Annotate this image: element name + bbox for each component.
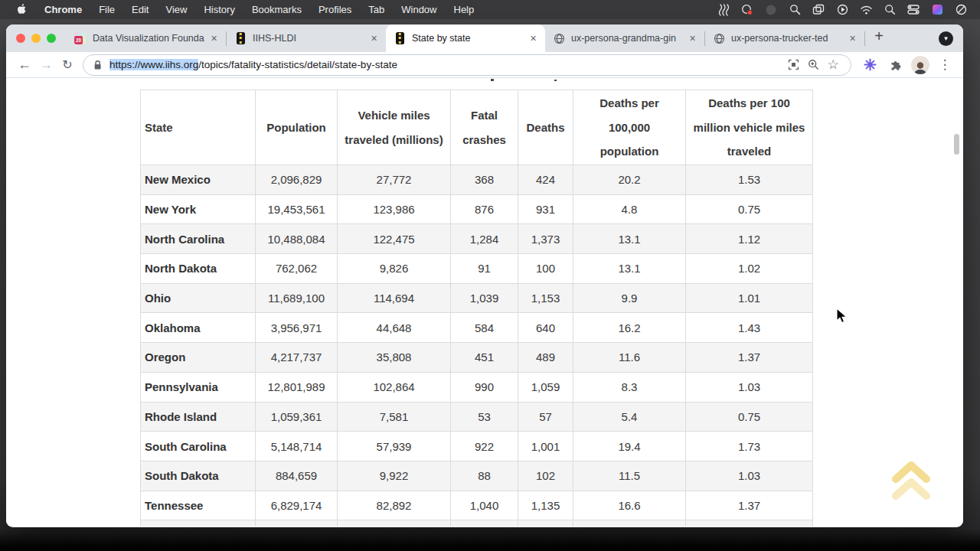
table-cell: 57: [518, 402, 573, 432]
zoom-magnifier-icon[interactable]: [786, 3, 803, 17]
back-to-top-button[interactable]: [887, 456, 936, 505]
hidden-app-icon[interactable]: [763, 3, 779, 17]
table-cell: 1,373: [518, 224, 573, 254]
tab-data-visualization-founda[interactable]: 20Data Visualization Founda×: [67, 24, 226, 52]
table-cell: 584: [451, 313, 518, 343]
minimize-window-button[interactable]: [31, 34, 41, 43]
screen-record-icon[interactable]: [739, 3, 756, 17]
table-cell: [338, 520, 451, 527]
table-cell: 82,892: [338, 491, 451, 520]
tab-close-icon[interactable]: ×: [207, 32, 220, 45]
table-cell: 1,059,361: [256, 402, 338, 432]
menu-item-edit[interactable]: Edit: [123, 4, 157, 15]
tab-close-icon[interactable]: ×: [686, 32, 699, 45]
play-circle-icon[interactable]: [834, 3, 851, 17]
table-cell: 1,153: [518, 283, 573, 313]
iihs-road-favicon: [237, 32, 245, 44]
menu-item-bookmarks[interactable]: Bookmarks: [243, 4, 310, 15]
menu-item-history[interactable]: History: [195, 4, 243, 15]
screenshot-scan-icon[interactable]: [783, 55, 803, 75]
tab-ux-persona-grandma-gin[interactable]: ux-persona-grandma-gin×: [545, 24, 704, 52]
table-cell: 0.75: [686, 194, 813, 224]
table-cell: North Dakota: [141, 254, 256, 284]
apple-menu-icon[interactable]: [8, 4, 36, 15]
tab-title: IIHS-HLDI: [253, 33, 364, 44]
close-window-button[interactable]: [16, 34, 25, 43]
menu-item-file[interactable]: File: [90, 4, 123, 15]
table-cell: 884,659: [256, 461, 338, 491]
meeting-waves-icon[interactable]: [715, 3, 732, 17]
table-cell: 100: [518, 254, 573, 284]
control-center-icon[interactable]: [905, 3, 922, 17]
url-text: https://www.iihs.org/topics/fatality-sta…: [109, 59, 783, 70]
extension-asterisk-icon[interactable]: [859, 54, 880, 76]
table-cell: 1.03: [686, 372, 813, 402]
bookmark-star-icon[interactable]: ☆: [823, 55, 843, 75]
focus-mode-icon[interactable]: [952, 3, 969, 17]
reload-icon[interactable]: ↻: [57, 54, 78, 76]
header-cell: Deaths per 100,000 population: [573, 90, 686, 165]
profile-avatar[interactable]: [911, 56, 929, 74]
tab-strip: 20Data Visualization Founda×IIHS-HLDI×St…: [6, 24, 963, 52]
extensions-puzzle-icon[interactable]: [885, 54, 906, 76]
new-tab-button[interactable]: +: [868, 26, 890, 47]
header-cell: Fatal crashes: [451, 90, 518, 165]
menu-item-window[interactable]: Window: [393, 4, 445, 15]
table-cell: 8.3: [573, 372, 686, 402]
vertical-scrollbar-thumb[interactable]: [954, 134, 959, 155]
menu-item-tab[interactable]: Tab: [360, 4, 393, 15]
table-cell: 53: [451, 402, 518, 432]
table-cell: [256, 520, 338, 527]
table-cell: New York: [141, 194, 256, 224]
menu-item-view[interactable]: View: [157, 4, 195, 15]
table-row-partial: [141, 520, 813, 527]
table-cell: 876: [451, 194, 518, 224]
table-cell: 1,039: [451, 283, 518, 313]
zoom-window-button[interactable]: [47, 34, 56, 43]
table-cell: 5.4: [573, 402, 686, 432]
menu-item-profiles[interactable]: Profiles: [310, 4, 360, 15]
tab-iihs-hldi[interactable]: IIHS-HLDI×: [227, 24, 386, 52]
tab-state-by-state[interactable]: State by state×: [386, 24, 545, 52]
menu-item-help[interactable]: Help: [446, 4, 483, 15]
table-cell: 13.1: [573, 224, 686, 254]
tab-close-icon[interactable]: ×: [368, 32, 381, 45]
menu-item-chrome[interactable]: Chrome: [36, 4, 90, 15]
table-cell: 19.4: [573, 432, 686, 461]
table-cell: 44,648: [338, 313, 451, 343]
address-bar[interactable]: https://www.iihs.org/topics/fatality-sta…: [83, 54, 851, 76]
table-cell: [686, 520, 813, 527]
wifi-icon[interactable]: [858, 3, 874, 17]
raycast-app-icon[interactable]: [929, 3, 946, 17]
table-cell: 1,059: [518, 372, 573, 402]
table-cell: 0.75: [686, 402, 813, 432]
tab-title: ux-persona-trucker-ted: [731, 33, 843, 44]
zoom-in-icon[interactable]: [803, 55, 823, 75]
tab-close-icon[interactable]: ×: [527, 32, 540, 45]
browser-menu-icon[interactable]: ⋮: [934, 54, 956, 76]
windows-stack-icon[interactable]: [810, 3, 827, 17]
table-cell: 1.12: [686, 224, 813, 254]
forward-icon[interactable]: →: [35, 54, 57, 76]
tab-search-button[interactable]: ▾: [939, 31, 953, 46]
table-cell: 11.5: [573, 461, 686, 491]
table-cell: 1,284: [451, 224, 518, 254]
table-cell: [518, 520, 573, 527]
back-icon[interactable]: ←: [14, 54, 35, 76]
table-row: Rhode Island1,059,3617,58153575.40.75: [141, 402, 813, 432]
table-cell: 1,135: [518, 491, 573, 520]
tab-ux-persona-trucker-ted[interactable]: ux-persona-trucker-ted×: [705, 24, 864, 52]
table-cell: North Carolina: [141, 224, 256, 254]
table-cell: 3,956,971: [256, 313, 338, 343]
spotlight-search-icon[interactable]: [881, 3, 898, 17]
table-cell: 1,040: [451, 491, 518, 520]
table-cell: Rhode Island: [141, 402, 256, 432]
table-row: North Dakota762,0629,8269110013.11.02: [141, 254, 813, 284]
table-cell: 10,488,084: [256, 224, 338, 254]
globe-favicon: [554, 33, 565, 44]
tab-close-icon[interactable]: ×: [846, 32, 859, 45]
data-visualization-favicon: 20: [74, 32, 87, 44]
table-cell: South Carolina: [141, 432, 256, 461]
table-cell: 102,864: [338, 372, 451, 402]
table-cell: New Mexico: [141, 165, 256, 195]
